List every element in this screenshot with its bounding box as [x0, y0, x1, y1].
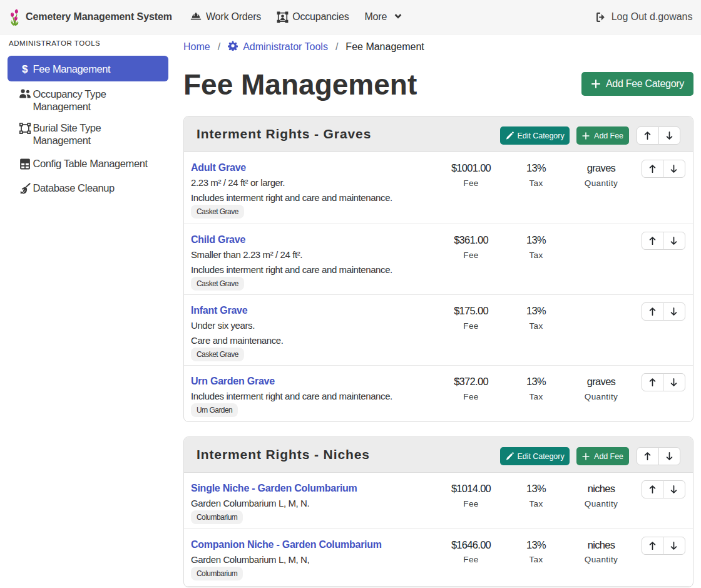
- svg-text:$: $: [22, 64, 28, 75]
